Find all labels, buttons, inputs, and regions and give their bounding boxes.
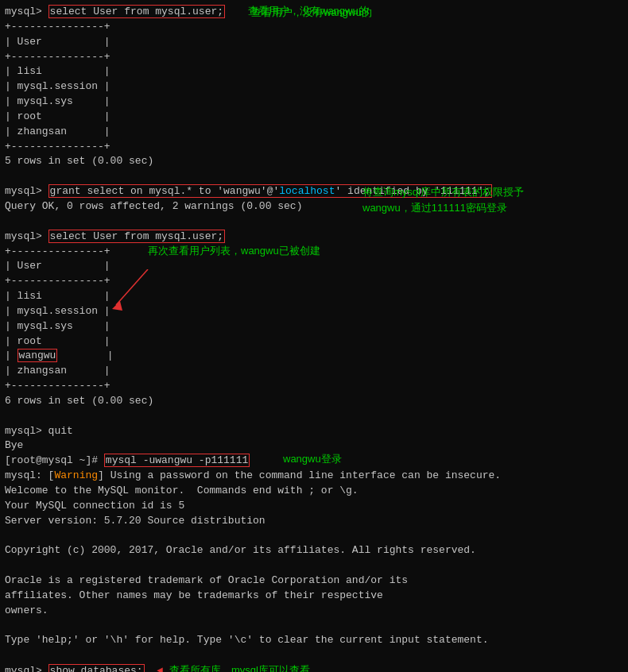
line [5, 619, 623, 634]
line: Your MySQL connection id is 5 [5, 499, 623, 514]
line [5, 529, 623, 544]
line: | User | [5, 35, 623, 50]
line: | mysql.session | [5, 304, 623, 319]
line [5, 169, 623, 184]
line: owners. [5, 604, 623, 619]
line: | lisi | [5, 64, 623, 79]
line: mysql> show databases; ◄ 查看所有库，mysql库可以查… [5, 663, 623, 672]
line: mysql> grant select on mysql.* to 'wangw… [5, 184, 623, 199]
annotation-wangwu-created: 再次查看用户列表，wangwu已被创建 [148, 244, 320, 259]
line [5, 409, 623, 424]
line: | mysql.session | [5, 79, 623, 95]
terminal: mysql> select User from mysql.user;查看用户，… [0, 0, 628, 672]
line: | root | [5, 334, 623, 350]
line [5, 558, 623, 574]
line: +---------------+ [5, 140, 623, 155]
line: Oracle is a registered trademark of Orac… [5, 574, 623, 589]
line: | mysql.sys | [5, 319, 623, 334]
line: | lisi | [5, 289, 623, 304]
line: Type 'help;' or '\h' for help. Type '\c'… [5, 633, 623, 648]
line: 5 rows in set (0.00 sec) [5, 154, 623, 169]
line: | mysql.sys | [5, 95, 623, 110]
line: +---------------+ [5, 274, 623, 289]
line: mysql: [Warning] Using a password on the… [5, 469, 623, 484]
line: | zhangsan | [5, 364, 623, 379]
line: Welcome to the MySQL monitor. Commands e… [5, 484, 623, 499]
line: | root | [5, 110, 623, 125]
line: +---------------+ [5, 20, 623, 35]
line: +---------------+ [5, 50, 623, 65]
line: +---------------+ [5, 379, 623, 394]
line: | wangwu | [5, 349, 623, 364]
line: Query OK, 0 rows affected, 2 warnings (0… [5, 199, 623, 214]
line: Server version: 5.7.20 Source distributi… [5, 514, 623, 529]
line: mysql> select User from mysql.user; [5, 230, 623, 245]
annotation-no-wangwu: 查看用户，没有wangwu的 [248, 4, 369, 19]
line: 6 rows in set (0.00 sec) [5, 394, 623, 409]
annotation-grant: 将查询mysql库中所有表的权限授予wangwu，通过111111密码登录 [362, 184, 524, 215]
line [5, 214, 623, 230]
line: mysql> quit [5, 424, 623, 439]
annotation-wangwu-login: wangwu登录 [283, 452, 342, 467]
line [5, 648, 623, 663]
line: Copyright (c) 2000, 2017, Oracle and/or … [5, 543, 623, 558]
line: | User | [5, 259, 623, 274]
line: | zhangsan | [5, 125, 623, 140]
line: affiliates. Other names may be trademark… [5, 589, 623, 604]
